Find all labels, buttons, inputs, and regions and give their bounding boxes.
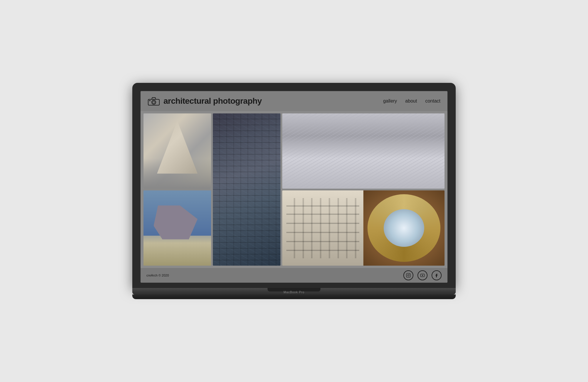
svg-point-2 [153,101,155,103]
website: architectural photography gallery about … [141,91,447,283]
laptop-screen: architectural photography gallery about … [141,91,447,283]
instagram-button[interactable] [403,270,413,280]
nav-contact[interactable]: contact [425,98,440,104]
facebook-button[interactable] [432,270,442,280]
laptop-foot [132,294,456,299]
site-footer: creArch © 2020 [141,268,447,283]
nav-gallery[interactable]: gallery [383,98,397,104]
gallery-image-3[interactable] [282,113,445,189]
site-header: architectural photography gallery about … [141,91,447,111]
gallery-image-5[interactable] [282,190,363,266]
gallery-grid [141,111,447,268]
youtube-icon [420,273,425,278]
svg-marker-7 [422,275,423,276]
instagram-icon [406,273,411,278]
svg-point-1 [152,100,156,104]
macbook-label: MacBook Pro [283,291,304,294]
gallery-image-2[interactable] [213,113,280,266]
youtube-button[interactable] [417,270,427,280]
gallery-image-4[interactable] [143,190,211,266]
gallery-image-1[interactable] [143,113,211,189]
nav-about[interactable]: about [405,98,417,104]
facebook-icon [434,273,439,278]
social-icons [403,270,442,280]
svg-rect-3 [149,100,151,101]
copyright-text: creArch © 2020 [146,274,403,277]
main-nav: gallery about contact [383,98,440,104]
logo-area: architectural photography [148,96,383,106]
laptop-base: MacBook Pro [132,288,456,294]
screen-bezel: architectural photography gallery about … [132,83,456,288]
camera-icon [148,96,160,106]
svg-point-5 [407,275,409,276]
svg-point-6 [409,274,410,275]
gallery-image-5-6 [282,190,445,266]
site-title: architectural photography [163,96,262,106]
svg-rect-4 [406,274,410,277]
gallery-image-6[interactable] [363,190,445,266]
laptop-device: architectural photography gallery about … [132,83,456,299]
